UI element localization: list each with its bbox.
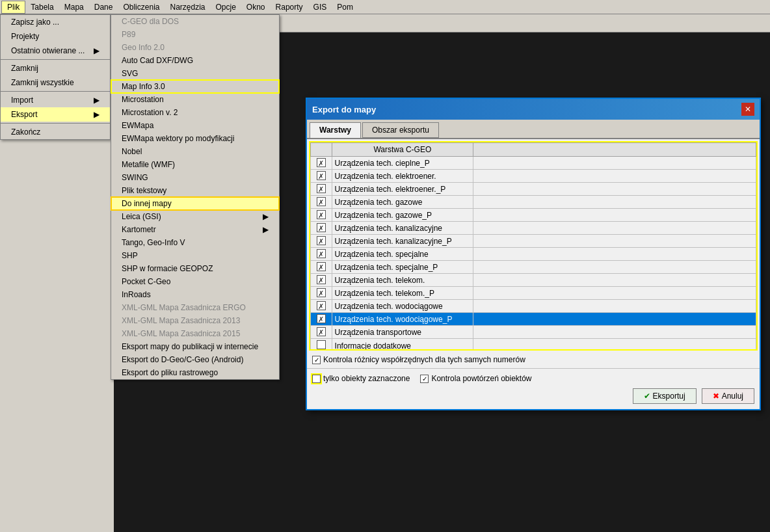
table-row[interactable]: ✗Urządzenia tech. telekom. (311, 274, 756, 287)
row-layer-name: Informacje dodatkowe (332, 339, 473, 351)
submenu-geo-info-2[interactable]: Geo Info 2.0 (111, 41, 279, 54)
layers-table-wrapper: Warstwa C-GEO ✗Urządzenia tech. cieplne_… (310, 142, 757, 350)
dialog-tabs: Warstwy Obszar eksportu (307, 120, 760, 139)
submenu-pocket-cgeo[interactable]: Pocket C-Geo (111, 275, 279, 288)
menu-ostatnio-otwierane[interactable]: Ostatnio otwierane ... ▶ (1, 44, 110, 58)
menu-raporty[interactable]: Raporty (271, 1, 308, 13)
table-row[interactable]: Informacje dodatkowe (311, 339, 756, 351)
menu-zakoncz[interactable]: Zakończ (1, 125, 110, 139)
dialog-close-button[interactable]: ✕ (741, 103, 754, 116)
table-row[interactable]: ✗Urządzenia transportowe (311, 326, 756, 339)
tylko-zaznaczone-checkbox[interactable] (312, 375, 321, 383)
menu-obliczenia[interactable]: Obliczenia (118, 1, 165, 13)
submenu-svg[interactable]: SVG (111, 67, 279, 80)
checkbox-icon: ✗ (317, 184, 326, 193)
row-extra (473, 222, 756, 235)
submenu-swing[interactable]: SWING (111, 171, 279, 184)
row-checkbox[interactable]: ✗ (311, 170, 332, 183)
submenu-eksport-internet[interactable]: Eksport mapy do publikacji w internecie (111, 340, 279, 353)
submenu-tango[interactable]: Tango, Geo-Info V (111, 236, 279, 249)
menu-plik[interactable]: Plik (1, 1, 25, 14)
table-row[interactable]: ✗Urządzenia tech. kanalizacyjne (311, 222, 756, 235)
menu-eksport[interactable]: Eksport ▶ (1, 107, 110, 122)
menu-tabela[interactable]: Tabela (25, 1, 59, 13)
row-checkbox[interactable]: ✗ (311, 287, 332, 300)
row-extra (473, 170, 756, 183)
export-button[interactable]: ✔ Eksportuj (633, 388, 697, 404)
row-checkbox[interactable]: ✗ (311, 326, 332, 339)
submenu-ewmapa[interactable]: EWMapa (111, 119, 279, 132)
row-checkbox[interactable]: ✗ (311, 157, 332, 170)
table-row[interactable]: ✗Urządzenia tech. wodociągowe_P (311, 313, 756, 326)
submenu-xml-2015[interactable]: XML-GML Mapa Zasadnicza 2015 (111, 327, 279, 340)
row-checkbox[interactable]: ✗ (311, 261, 332, 274)
menu-zamknij[interactable]: Zamknij (1, 61, 110, 75)
menu-okno[interactable]: Okno (241, 1, 271, 13)
submenu-shp-geopoz[interactable]: SHP w formacie GEOPOZ (111, 262, 279, 275)
submenu-kartometr[interactable]: Kartometr ▶ (111, 223, 279, 236)
table-row[interactable]: ✗Urządzenia tech. telekom._P (311, 287, 756, 300)
row-checkbox[interactable]: ✗ (311, 196, 332, 209)
menu-gis[interactable]: GIS (308, 1, 332, 13)
tab-obszar-eksportu[interactable]: Obszar eksportu (362, 122, 439, 138)
menu-mapa[interactable]: Mapa (59, 1, 89, 13)
row-checkbox[interactable]: ✗ (311, 235, 332, 248)
cancel-button[interactable]: ✖ Anuluj (702, 388, 754, 404)
submenu-do-innej-mapy[interactable]: Do innej mapy (111, 197, 279, 210)
submenu-eksport-dgeo[interactable]: Eksport do D-Geo/C-Geo (Android) (111, 353, 279, 366)
table-row[interactable]: ✗Urządzenia tech. kanalizacyjne_P (311, 235, 756, 248)
row-checkbox[interactable]: ✗ (311, 222, 332, 235)
table-row[interactable]: ✗Urządzenia tech. cieplne_P (311, 157, 756, 170)
table-row[interactable]: ✗Urządzenia tech. gazowe (311, 196, 756, 209)
submenu-xml-ergo[interactable]: XML-GML Mapa Zasadnicza ERGO (111, 301, 279, 314)
menu-narzedzia[interactable]: Narzędzia (165, 1, 210, 13)
kontrola-roznicy-label[interactable]: ✓ Kontrola różnicy współrzędnych dla tyc… (312, 355, 754, 364)
row-checkbox[interactable]: ✗ (311, 274, 332, 287)
submenu-shp[interactable]: SHP (111, 249, 279, 262)
submenu-inroads[interactable]: InRoads (111, 288, 279, 301)
menu-zapisz-jako[interactable]: Zapisz jako ... (1, 15, 110, 29)
checkbox-icon: ✗ (317, 327, 326, 336)
row-checkbox[interactable]: ✗ (311, 209, 332, 222)
menu-opcje[interactable]: Opcje (211, 1, 241, 13)
menu-import[interactable]: Import ▶ (1, 93, 110, 107)
table-row[interactable]: ✗Urządzenia tech. gazowe_P (311, 209, 756, 222)
submenu-plik-tekstowy[interactable]: Plik tekstowy (111, 184, 279, 197)
table-row[interactable]: ✗Urządzenia tech. elektroener._P (311, 183, 756, 196)
menu-projekty[interactable]: Projekty (1, 29, 110, 44)
submenu-ewmapa-wektory[interactable]: EWMapa wektory po modyfikacji (111, 132, 279, 145)
table-row[interactable]: ✗Urządzenia tech. specjalne_P (311, 261, 756, 274)
tab-warstwy[interactable]: Warstwy (310, 122, 361, 138)
kontrola-powtorzen-label[interactable]: ✓ Kontrola powtórzeń obiektów (420, 374, 531, 383)
table-row[interactable]: ✗Urządzenia tech. specjalne (311, 248, 756, 261)
checkbox-icon: ✗ (317, 236, 326, 245)
footer-buttons: ✔ Eksportuj ✖ Anuluj (312, 388, 754, 404)
kontrola-powtorzen-checkbox[interactable]: ✓ (420, 375, 429, 383)
row-checkbox[interactable]: ✗ (311, 183, 332, 196)
submenu-xml-2013[interactable]: XML-GML Mapa Zasadnicza 2013 (111, 314, 279, 327)
menu-zamknij-wszystkie[interactable]: Zamknij wszystkie (1, 75, 110, 90)
menu-pom[interactable]: Pom (332, 1, 358, 13)
tylko-zaznaczone-label[interactable]: tylko obiekty zaznaczone (312, 374, 410, 383)
submenu-eksport-rastrowego[interactable]: Eksport do pliku rastrowego (111, 366, 279, 379)
submenu-microstation-v2[interactable]: Microstation v. 2 (111, 106, 279, 119)
kontrola-powtorzen-text: Kontrola powtórzeń obiektów (431, 374, 531, 383)
row-checkbox[interactable]: ✗ (311, 248, 332, 261)
kontrola-roznicy-checkbox[interactable]: ✓ (312, 356, 321, 364)
submenu-autocad[interactable]: Auto Cad DXF/DWG (111, 54, 279, 67)
dialog-title: Export do mapy (312, 105, 376, 114)
eksport-arrow-icon: ▶ (94, 110, 100, 119)
menu-dane[interactable]: Dane (89, 1, 118, 13)
submenu-p89[interactable]: P89 (111, 28, 279, 41)
table-row[interactable]: ✗Urządzenia tech. elektroener. (311, 170, 756, 183)
row-checkbox[interactable]: ✗ (311, 300, 332, 313)
submenu-nobel[interactable]: Nobel (111, 145, 279, 158)
table-row[interactable]: ✗Urządzenia tech. wodociągowe (311, 300, 756, 313)
row-checkbox[interactable]: ✗ (311, 313, 332, 326)
submenu-microstation[interactable]: Microstation (111, 93, 279, 106)
submenu-mapinfo[interactable]: Map Info 3.0 (111, 80, 279, 93)
submenu-cgeo-dos[interactable]: C-GEO dla DOS (111, 15, 279, 28)
submenu-leica[interactable]: Leica (GSI) ▶ (111, 210, 279, 223)
row-checkbox[interactable] (311, 339, 332, 351)
submenu-metafile[interactable]: Metafile (WMF) (111, 158, 279, 171)
